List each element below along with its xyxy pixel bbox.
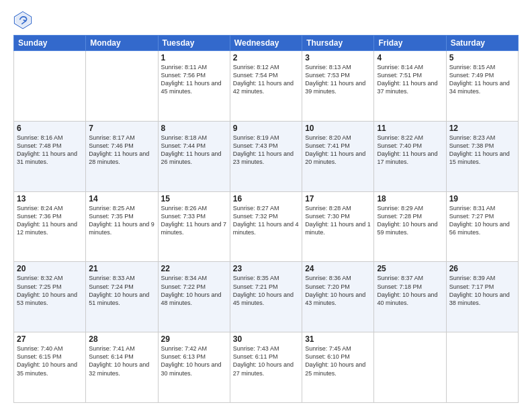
calendar-cell: 13Sunrise: 8:24 AM Sunset: 7:36 PM Dayli… <box>14 191 86 262</box>
day-number: 20 <box>17 264 83 273</box>
logo <box>13 11 35 30</box>
calendar-table: SundayMondayTuesdayWednesdayThursdayFrid… <box>13 35 519 403</box>
day-number: 3 <box>305 53 371 62</box>
day-info: Sunrise: 8:27 AM Sunset: 7:32 PM Dayligh… <box>233 204 299 237</box>
calendar-cell <box>446 332 518 403</box>
day-info: Sunrise: 7:41 AM Sunset: 6:14 PM Dayligh… <box>89 345 154 377</box>
calendar-cell: 31Sunrise: 7:45 AM Sunset: 6:10 PM Dayli… <box>302 332 374 403</box>
calendar-week-row: 20Sunrise: 8:32 AM Sunset: 7:25 PM Dayli… <box>14 262 519 332</box>
calendar-cell: 6Sunrise: 8:16 AM Sunset: 7:48 PM Daylig… <box>14 121 86 191</box>
day-number: 29 <box>161 334 227 344</box>
day-info: Sunrise: 8:26 AM Sunset: 7:33 PM Dayligh… <box>161 204 227 237</box>
day-number: 4 <box>377 53 443 62</box>
calendar-cell: 16Sunrise: 8:27 AM Sunset: 7:32 PM Dayli… <box>230 191 302 262</box>
weekday-header-thursday: Thursday <box>302 36 374 51</box>
day-number: 12 <box>449 124 515 133</box>
day-number: 17 <box>305 194 371 203</box>
day-info: Sunrise: 8:31 AM Sunset: 7:27 PM Dayligh… <box>449 204 515 237</box>
day-number: 26 <box>449 264 515 273</box>
weekday-header-saturday: Saturday <box>446 36 518 51</box>
calendar-cell: 28Sunrise: 7:41 AM Sunset: 6:14 PM Dayli… <box>86 332 158 403</box>
weekday-header-tuesday: Tuesday <box>158 36 230 51</box>
calendar-cell: 15Sunrise: 8:26 AM Sunset: 7:33 PM Dayli… <box>158 191 230 262</box>
calendar-cell: 2Sunrise: 8:12 AM Sunset: 7:54 PM Daylig… <box>230 51 302 122</box>
calendar-cell: 4Sunrise: 8:14 AM Sunset: 7:51 PM Daylig… <box>374 51 446 122</box>
day-info: Sunrise: 8:25 AM Sunset: 7:35 PM Dayligh… <box>89 204 154 237</box>
day-info: Sunrise: 7:40 AM Sunset: 6:15 PM Dayligh… <box>17 345 83 377</box>
calendar-cell: 7Sunrise: 8:17 AM Sunset: 7:46 PM Daylig… <box>86 121 158 191</box>
day-info: Sunrise: 8:13 AM Sunset: 7:53 PM Dayligh… <box>305 63 371 96</box>
header <box>13 11 519 30</box>
calendar-header-row: SundayMondayTuesdayWednesdayThursdayFrid… <box>14 36 519 51</box>
calendar-cell: 19Sunrise: 8:31 AM Sunset: 7:27 PM Dayli… <box>446 191 518 262</box>
day-number: 19 <box>449 194 515 203</box>
day-info: Sunrise: 8:19 AM Sunset: 7:43 PM Dayligh… <box>233 134 299 167</box>
day-number: 18 <box>377 194 443 203</box>
day-number: 22 <box>161 264 227 273</box>
day-info: Sunrise: 7:42 AM Sunset: 6:13 PM Dayligh… <box>161 345 227 377</box>
calendar-cell: 24Sunrise: 8:36 AM Sunset: 7:20 PM Dayli… <box>302 262 374 332</box>
weekday-header-wednesday: Wednesday <box>230 36 302 51</box>
day-info: Sunrise: 8:37 AM Sunset: 7:18 PM Dayligh… <box>377 274 443 307</box>
day-number: 2 <box>233 53 299 62</box>
day-info: Sunrise: 8:34 AM Sunset: 7:22 PM Dayligh… <box>161 274 227 307</box>
calendar-cell: 18Sunrise: 8:29 AM Sunset: 7:28 PM Dayli… <box>374 191 446 262</box>
day-info: Sunrise: 8:20 AM Sunset: 7:41 PM Dayligh… <box>305 134 371 167</box>
day-number: 8 <box>161 124 227 133</box>
calendar-week-row: 27Sunrise: 7:40 AM Sunset: 6:15 PM Dayli… <box>14 332 519 403</box>
day-number: 5 <box>449 53 515 62</box>
day-info: Sunrise: 8:28 AM Sunset: 7:30 PM Dayligh… <box>305 204 371 237</box>
calendar-cell: 27Sunrise: 7:40 AM Sunset: 6:15 PM Dayli… <box>14 332 86 403</box>
calendar-cell: 3Sunrise: 8:13 AM Sunset: 7:53 PM Daylig… <box>302 51 374 122</box>
day-number: 16 <box>233 194 299 203</box>
day-number: 27 <box>17 334 83 344</box>
day-info: Sunrise: 7:45 AM Sunset: 6:10 PM Dayligh… <box>305 345 371 377</box>
day-number: 25 <box>377 264 443 273</box>
day-number: 31 <box>305 334 371 344</box>
calendar-cell: 21Sunrise: 8:33 AM Sunset: 7:24 PM Dayli… <box>86 262 158 332</box>
day-info: Sunrise: 8:24 AM Sunset: 7:36 PM Dayligh… <box>17 204 83 237</box>
day-number: 15 <box>161 194 227 203</box>
calendar-cell: 10Sunrise: 8:20 AM Sunset: 7:41 PM Dayli… <box>302 121 374 191</box>
day-info: Sunrise: 8:23 AM Sunset: 7:38 PM Dayligh… <box>449 134 515 167</box>
day-number: 6 <box>17 124 83 133</box>
weekday-header-sunday: Sunday <box>14 36 86 51</box>
calendar-cell: 9Sunrise: 8:19 AM Sunset: 7:43 PM Daylig… <box>230 121 302 191</box>
logo-icon <box>13 11 32 30</box>
day-info: Sunrise: 8:17 AM Sunset: 7:46 PM Dayligh… <box>89 134 154 167</box>
day-info: Sunrise: 8:29 AM Sunset: 7:28 PM Dayligh… <box>377 204 443 237</box>
day-info: Sunrise: 8:36 AM Sunset: 7:20 PM Dayligh… <box>305 274 371 307</box>
calendar-cell: 23Sunrise: 8:35 AM Sunset: 7:21 PM Dayli… <box>230 262 302 332</box>
weekday-header-friday: Friday <box>374 36 446 51</box>
day-number: 13 <box>17 194 83 203</box>
calendar-cell: 17Sunrise: 8:28 AM Sunset: 7:30 PM Dayli… <box>302 191 374 262</box>
calendar-cell: 25Sunrise: 8:37 AM Sunset: 7:18 PM Dayli… <box>374 262 446 332</box>
day-info: Sunrise: 8:35 AM Sunset: 7:21 PM Dayligh… <box>233 274 299 307</box>
day-number: 10 <box>305 124 371 133</box>
calendar-cell: 30Sunrise: 7:43 AM Sunset: 6:11 PM Dayli… <box>230 332 302 403</box>
day-info: Sunrise: 8:16 AM Sunset: 7:48 PM Dayligh… <box>17 134 83 167</box>
weekday-header-monday: Monday <box>86 36 158 51</box>
day-number: 28 <box>89 334 154 344</box>
calendar-week-row: 6Sunrise: 8:16 AM Sunset: 7:48 PM Daylig… <box>14 121 519 191</box>
calendar-cell <box>374 332 446 403</box>
calendar-cell: 20Sunrise: 8:32 AM Sunset: 7:25 PM Dayli… <box>14 262 86 332</box>
day-info: Sunrise: 8:15 AM Sunset: 7:49 PM Dayligh… <box>449 63 515 96</box>
day-info: Sunrise: 8:32 AM Sunset: 7:25 PM Dayligh… <box>17 274 83 307</box>
day-info: Sunrise: 7:43 AM Sunset: 6:11 PM Dayligh… <box>233 345 299 377</box>
day-number: 7 <box>89 124 154 133</box>
calendar-cell <box>14 51 86 122</box>
calendar-cell: 8Sunrise: 8:18 AM Sunset: 7:44 PM Daylig… <box>158 121 230 191</box>
day-number: 1 <box>161 53 227 62</box>
calendar-cell: 22Sunrise: 8:34 AM Sunset: 7:22 PM Dayli… <box>158 262 230 332</box>
day-info: Sunrise: 8:18 AM Sunset: 7:44 PM Dayligh… <box>161 134 227 167</box>
calendar-cell: 5Sunrise: 8:15 AM Sunset: 7:49 PM Daylig… <box>446 51 518 122</box>
day-info: Sunrise: 8:14 AM Sunset: 7:51 PM Dayligh… <box>377 63 443 96</box>
day-info: Sunrise: 8:22 AM Sunset: 7:40 PM Dayligh… <box>377 134 443 167</box>
day-info: Sunrise: 8:33 AM Sunset: 7:24 PM Dayligh… <box>89 274 154 307</box>
calendar-week-row: 1Sunrise: 8:11 AM Sunset: 7:56 PM Daylig… <box>14 51 519 122</box>
day-number: 9 <box>233 124 299 133</box>
calendar-week-row: 13Sunrise: 8:24 AM Sunset: 7:36 PM Dayli… <box>14 191 519 262</box>
day-number: 23 <box>233 264 299 273</box>
day-info: Sunrise: 8:12 AM Sunset: 7:54 PM Dayligh… <box>233 63 299 96</box>
